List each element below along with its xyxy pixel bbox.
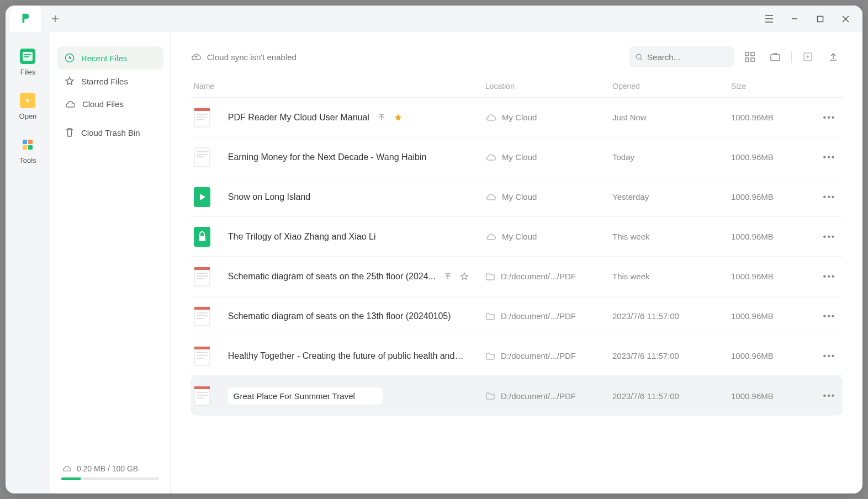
col-size[interactable]: Size <box>731 82 819 91</box>
rail-files[interactable]: Files <box>20 49 35 76</box>
sidebar-cloud-files[interactable]: Cloud Files <box>57 93 163 115</box>
app-window: Files Open Tools <box>6 6 862 493</box>
sidebar-cloud-trash[interactable]: Cloud Trash Bin <box>57 121 163 144</box>
app-tab[interactable] <box>10 6 41 32</box>
svg-rect-11 <box>745 52 749 56</box>
sidebar-starred-files[interactable]: Starred Files <box>57 70 163 93</box>
cloud-icon <box>485 193 496 201</box>
new-file-button[interactable] <box>798 47 817 66</box>
file-size: 1000.96MB <box>731 311 819 321</box>
svg-rect-39 <box>197 318 204 319</box>
file-name: The Trilogy of Xiao Zhang and Xiao Li <box>228 232 376 242</box>
svg-rect-24 <box>197 154 208 155</box>
file-size: 1000.96MB <box>731 192 819 201</box>
file-row[interactable]: The Trilogy of Xiao Zhang and Xiao Li My… <box>190 217 843 257</box>
clock-icon <box>65 53 75 63</box>
row-more-button[interactable]: ••• <box>819 152 839 162</box>
row-more-button[interactable]: ••• <box>819 272 839 282</box>
svg-marker-4 <box>27 98 30 103</box>
row-more-button[interactable]: ••• <box>819 311 839 321</box>
star-row-icon[interactable] <box>394 113 403 122</box>
file-size: 1000.96MB <box>731 232 819 241</box>
file-location: D:/document/.../PDF <box>485 272 612 281</box>
svg-rect-31 <box>194 267 210 270</box>
row-more-button[interactable]: ••• <box>819 192 839 202</box>
row-more-button[interactable]: ••• <box>819 232 839 242</box>
search-input[interactable] <box>647 52 727 62</box>
file-name: Schematic diagram of seats on the 25th f… <box>228 272 436 282</box>
file-location: D:/document/.../PDF <box>485 351 612 360</box>
cloud-sync-status[interactable]: Cloud sync isn't enabled <box>190 52 297 62</box>
file-row[interactable]: Schematic diagram of seats on the 13th f… <box>190 296 843 336</box>
cloud-icon <box>61 465 72 473</box>
file-size: 1000.96MB <box>731 351 819 360</box>
rail-open[interactable]: Open <box>19 93 37 120</box>
file-list: PDF Reader My Cloud User Manual My Cloud… <box>190 98 843 493</box>
toolbox-button[interactable] <box>766 47 785 66</box>
file-size: 1000.96MB <box>731 152 819 162</box>
upload-button[interactable] <box>824 47 843 66</box>
nav-rail: Files Open Tools <box>6 32 50 493</box>
file-row[interactable]: Snow on Long Island My Cloud Yesterday 1… <box>190 177 843 217</box>
file-row[interactable]: Healthy Together - Creating the future o… <box>190 336 843 376</box>
file-row[interactable]: Schematic diagram of seats on the 25th f… <box>190 257 843 296</box>
upload-row-icon[interactable] <box>443 272 452 281</box>
rail-tools[interactable]: Tools <box>19 137 36 164</box>
file-thumb-icon <box>194 346 210 366</box>
folder-icon <box>485 312 495 321</box>
new-tab-button[interactable] <box>44 8 66 30</box>
col-opened[interactable]: Opened <box>612 82 731 91</box>
file-name: Earning Money for the Next Decade - Wang… <box>228 152 427 162</box>
rename-input[interactable] <box>228 387 383 405</box>
file-thumb-icon <box>194 306 210 326</box>
new-file-icon <box>803 52 813 62</box>
svg-rect-18 <box>194 108 210 111</box>
cloud-icon <box>65 100 76 109</box>
svg-rect-49 <box>197 397 204 399</box>
svg-rect-46 <box>194 386 210 389</box>
file-opened: This week <box>612 232 731 241</box>
file-row[interactable]: Earning Money for the Next Decade - Wang… <box>190 137 843 177</box>
col-location[interactable]: Location <box>485 82 612 91</box>
file-location: D:/document/.../PDF <box>485 311 612 321</box>
app-logo-icon <box>19 13 31 25</box>
close-button[interactable] <box>833 8 858 30</box>
table-header: Name Location Opened Size <box>190 82 843 98</box>
file-row[interactable]: D:/document/.../PDF 2023/7/6 11:57:00 10… <box>190 376 843 416</box>
svg-rect-41 <box>194 347 210 349</box>
folder-icon <box>485 352 495 360</box>
file-location: My Cloud <box>485 232 612 241</box>
folder-icon <box>485 391 495 400</box>
file-opened: 2023/7/6 11:57:00 <box>612 351 731 360</box>
row-more-button[interactable]: ••• <box>819 113 839 123</box>
file-row[interactable]: PDF Reader My Cloud User Manual My Cloud… <box>190 98 843 137</box>
star-row-icon[interactable] <box>460 272 469 281</box>
cloud-upload-icon <box>190 52 202 62</box>
menu-button[interactable] <box>756 8 782 30</box>
file-opened: Yesterday <box>612 192 731 201</box>
search-box[interactable] <box>629 46 734 67</box>
cloud-icon <box>485 232 496 241</box>
file-opened: 2023/7/6 11:57:00 <box>612 311 731 321</box>
file-thumb-icon <box>194 227 210 247</box>
rail-open-label: Open <box>19 112 37 120</box>
cloud-icon <box>485 153 496 162</box>
file-thumb-icon <box>194 147 210 167</box>
sidebar-recent-files[interactable]: Recent Files <box>57 46 163 70</box>
minimize-button[interactable] <box>782 8 807 30</box>
file-location: My Cloud <box>485 113 612 122</box>
svg-rect-0 <box>817 16 823 22</box>
upload-row-icon[interactable] <box>377 113 386 122</box>
toolbar-separator <box>791 51 792 63</box>
maximize-button[interactable] <box>807 8 833 30</box>
col-name[interactable]: Name <box>194 82 485 91</box>
row-more-button[interactable]: ••• <box>819 351 839 361</box>
sidebar: Recent Files Starred Files Cloud Files C… <box>50 32 171 493</box>
svg-rect-13 <box>745 58 749 61</box>
open-folder-icon <box>20 93 35 108</box>
row-more-button[interactable]: ••• <box>819 391 839 401</box>
file-size: 1000.96MB <box>731 391 819 401</box>
svg-rect-6 <box>28 140 33 144</box>
view-grid-button[interactable] <box>740 47 759 66</box>
app-body: Files Open Tools <box>6 32 862 493</box>
